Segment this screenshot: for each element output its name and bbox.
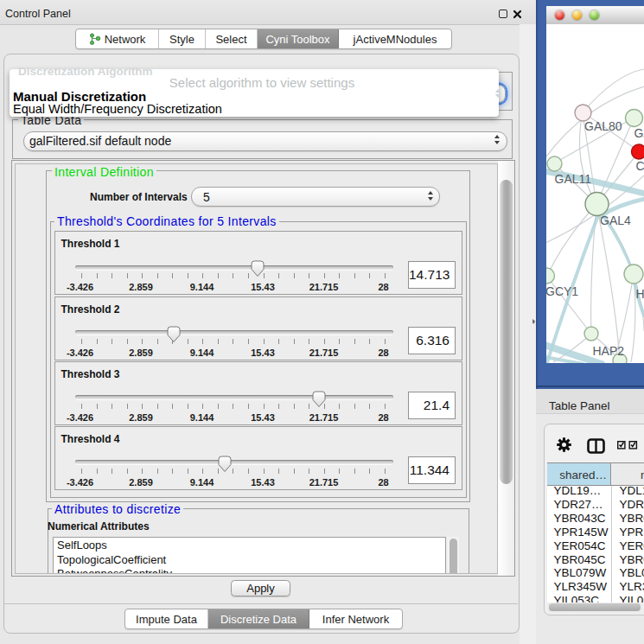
- svg-text:HAP2: HAP2: [593, 344, 625, 358]
- svg-text:GAL80: GAL80: [584, 119, 622, 133]
- svg-text:GAL4: GAL4: [600, 214, 631, 227]
- svg-text:C: C: [636, 159, 644, 173]
- svg-text:H: H: [636, 287, 644, 301]
- svg-text:GAL11: GAL11: [555, 172, 592, 186]
- svg-text:GCY1: GCY1: [546, 284, 578, 298]
- svg-text:GA: GA: [634, 126, 644, 140]
